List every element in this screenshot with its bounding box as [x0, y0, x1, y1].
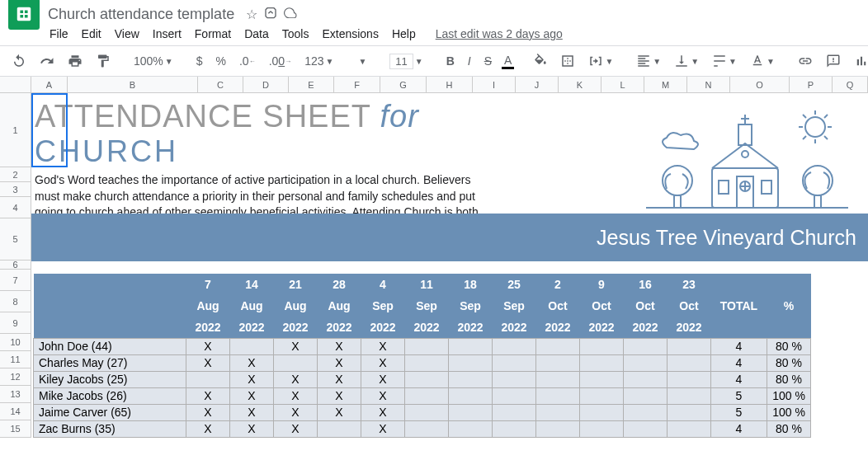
- strikethrough-button[interactable]: S: [481, 53, 495, 69]
- redo-button[interactable]: [36, 52, 58, 70]
- column-header-h[interactable]: H: [427, 77, 473, 92]
- paint-format-button[interactable]: [92, 52, 114, 70]
- attendance-mark: [405, 354, 449, 371]
- row-header-5[interactable]: 5: [0, 218, 31, 261]
- row-header-3[interactable]: 3: [0, 182, 31, 197]
- percent-button[interactable]: %: [213, 53, 229, 69]
- table-header: Sep: [493, 295, 536, 317]
- attendance-mark: [580, 404, 624, 420]
- star-icon[interactable]: ☆: [246, 7, 257, 22]
- column-header-l[interactable]: L: [601, 77, 644, 92]
- column-header-i[interactable]: I: [473, 77, 516, 92]
- row-header-12[interactable]: 12: [0, 368, 31, 386]
- menu-file[interactable]: File: [50, 27, 68, 40]
- spreadsheet-content[interactable]: ATTENDANCE SHEET for CHURCH God's Word t…: [31, 93, 868, 438]
- attendance-mark: [624, 404, 668, 420]
- table-row[interactable]: Mike Jacobs (26)XXXXX5100 %: [34, 387, 811, 404]
- attendance-mark: X: [318, 404, 361, 420]
- attendance-mark: [668, 387, 711, 404]
- column-header-q[interactable]: Q: [833, 77, 868, 92]
- table-row[interactable]: John Doe (44)XXXX480 %: [34, 338, 811, 354]
- zoom-dropdown[interactable]: 100%▼: [130, 53, 177, 69]
- merge-button[interactable]: ▼: [585, 52, 616, 70]
- menu-view[interactable]: View: [115, 27, 139, 40]
- column-header-k[interactable]: K: [559, 77, 601, 92]
- attendee-name: John Doe (44): [34, 338, 186, 354]
- column-header-j[interactable]: J: [516, 77, 559, 92]
- column-header-o[interactable]: O: [730, 77, 790, 92]
- menu-help[interactable]: Help: [392, 27, 416, 40]
- insert-link-button[interactable]: [795, 52, 816, 70]
- print-button[interactable]: [64, 52, 86, 70]
- column-header-c[interactable]: C: [198, 77, 243, 92]
- table-header: Oct: [580, 295, 624, 317]
- row-header-11[interactable]: 11: [0, 351, 31, 368]
- document-title[interactable]: Church attendance template: [48, 6, 234, 23]
- row-header-15[interactable]: 15: [0, 420, 31, 438]
- active-cell-indicator: [31, 93, 68, 167]
- menu-extensions[interactable]: Extensions: [322, 27, 378, 40]
- insert-comment-button[interactable]: [823, 52, 844, 70]
- column-header-f[interactable]: F: [334, 77, 380, 92]
- horizontal-align-button[interactable]: ▼: [633, 52, 664, 70]
- row-header-9[interactable]: 9: [0, 312, 31, 334]
- row-header-14[interactable]: 14: [0, 403, 31, 420]
- row-header-13[interactable]: 13: [0, 386, 31, 403]
- table-header: 14: [230, 274, 274, 295]
- table-header: 25: [493, 274, 536, 295]
- column-header-n[interactable]: N: [687, 77, 730, 92]
- cloud-icon[interactable]: [284, 7, 299, 21]
- menu-tools[interactable]: Tools: [282, 27, 309, 40]
- text-wrap-button[interactable]: ▼: [709, 52, 740, 70]
- svg-line-8: [824, 115, 828, 118]
- attendee-total: 4: [711, 338, 767, 354]
- row-header-2[interactable]: 2: [0, 167, 31, 182]
- table-row[interactable]: Charles May (27)XXXX480 %: [34, 354, 811, 371]
- text-color-button[interactable]: A: [502, 54, 514, 69]
- font-dropdown[interactable]: ▼: [353, 55, 370, 68]
- column-header-p[interactable]: P: [790, 77, 833, 92]
- move-icon[interactable]: [264, 6, 277, 22]
- column-header-d[interactable]: D: [243, 77, 289, 92]
- column-header-a[interactable]: A: [31, 77, 68, 92]
- more-formats-dropdown[interactable]: 123▼: [301, 53, 337, 69]
- font-size-input[interactable]: 11▼: [386, 52, 426, 71]
- table-row[interactable]: Kiley Jacobs (25)XXXX480 %: [34, 371, 811, 387]
- row-header-4[interactable]: 4: [0, 197, 31, 218]
- borders-button[interactable]: [557, 52, 578, 70]
- menu-insert[interactable]: Insert: [153, 27, 182, 40]
- menu-format[interactable]: Format: [195, 27, 231, 40]
- menu-edit[interactable]: Edit: [82, 27, 101, 40]
- bold-button[interactable]: B: [443, 53, 458, 69]
- attendance-mark: X: [186, 420, 230, 437]
- decrease-decimal-button[interactable]: .0←: [236, 53, 259, 69]
- text-rotation-button[interactable]: ▼: [747, 52, 778, 70]
- attendance-mark: [449, 420, 493, 437]
- undo-button[interactable]: [8, 52, 30, 70]
- row-header-8[interactable]: 8: [0, 291, 31, 312]
- menu-data[interactable]: Data: [244, 27, 269, 40]
- table-row[interactable]: Zac Burns (35)XXXX480 %: [34, 420, 811, 437]
- attendance-mark: X: [361, 371, 405, 387]
- column-header-m[interactable]: M: [644, 77, 687, 92]
- last-edit-link[interactable]: Last edit was 2 days ago: [436, 27, 563, 40]
- table-header: 2022: [668, 317, 711, 338]
- attendee-total: 4: [711, 371, 767, 387]
- currency-button[interactable]: $: [193, 53, 206, 69]
- row-header-1[interactable]: 1: [0, 93, 31, 167]
- row-header-7[interactable]: 7: [0, 270, 31, 291]
- row-header-10[interactable]: 10: [0, 334, 31, 351]
- attendee-percent: 80 %: [767, 354, 811, 371]
- insert-chart-button[interactable]: [851, 52, 868, 70]
- column-header-g[interactable]: G: [380, 77, 427, 92]
- column-header-b[interactable]: B: [68, 77, 198, 92]
- italic-button[interactable]: I: [465, 53, 474, 69]
- column-header-e[interactable]: E: [289, 77, 334, 92]
- table-row[interactable]: Jaime Carver (65)XXXXX5100 %: [34, 404, 811, 420]
- sheets-logo[interactable]: [8, 0, 40, 30]
- attendance-mark: X: [318, 371, 361, 387]
- fill-color-button[interactable]: [531, 54, 550, 68]
- increase-decimal-button[interactable]: .00→: [266, 53, 295, 69]
- vertical-align-button[interactable]: ▼: [671, 52, 702, 70]
- row-header-6[interactable]: 6: [0, 261, 31, 270]
